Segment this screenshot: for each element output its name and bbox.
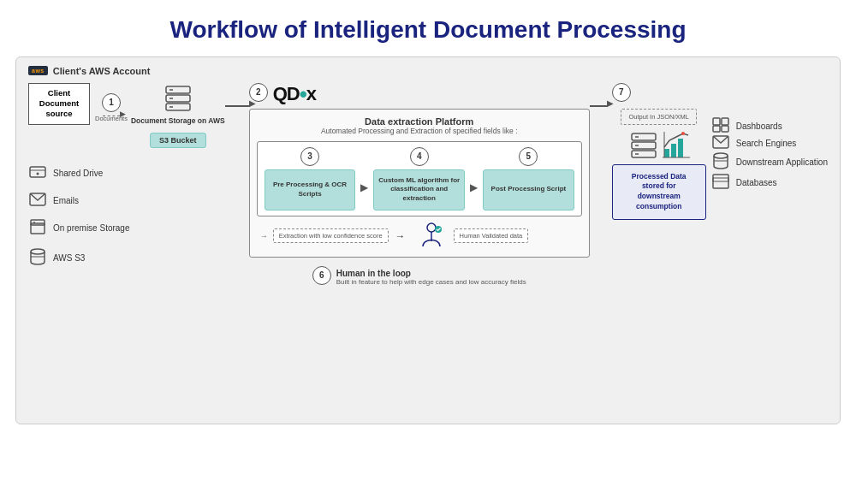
svg-rect-24	[671, 144, 676, 157]
search-engines-icon	[711, 135, 730, 151]
page-title: Workflow of Intelligent Document Process…	[0, 0, 856, 56]
shared-drive-label: Shared Drive	[53, 169, 103, 178]
step5-container: 5 Post Processing Script	[483, 147, 574, 210]
svg-rect-30	[722, 118, 728, 125]
diagram-container: aws Client's AWS Account Client Document…	[15, 56, 841, 424]
downstream-icon	[711, 151, 730, 173]
dashboards-icon	[711, 117, 730, 135]
databases-icon	[711, 173, 730, 193]
client-doc-box: Client Document source	[28, 83, 90, 125]
output-item-dashboards: Dashboards	[711, 117, 828, 135]
svg-rect-32	[722, 126, 728, 132]
source-items: Shared Drive Emails On premise Storage	[28, 163, 130, 270]
email-icon	[28, 193, 47, 210]
inner-steps-box: 3 Pre Processing & OCR Scripts ▶ 4 Custo…	[257, 141, 582, 216]
step5-box: Post Processing Script	[483, 169, 574, 210]
db-storage-icon	[163, 83, 193, 114]
step1-circle: 1	[102, 93, 121, 112]
svg-rect-31	[713, 126, 720, 132]
on-premise-icon	[28, 218, 47, 239]
databases-label: Databases	[736, 178, 777, 187]
svg-rect-11	[31, 220, 45, 225]
svg-point-8	[37, 172, 39, 175]
aws-label: Client's AWS Account	[53, 66, 151, 76]
output-item-downstream: Downstream Application	[711, 151, 828, 173]
qdox-logo: QD•x	[273, 83, 316, 105]
left-section: Client Document source 1 ▶ Documents	[28, 83, 225, 270]
dashboards-label: Dashboards	[736, 122, 782, 131]
svg-point-16	[435, 226, 442, 233]
left-top: Client Document source 1 ▶ Documents	[28, 83, 225, 148]
processed-db-icon	[628, 130, 659, 161]
step3-container: 3 Pre Processing & OCR Scripts	[265, 147, 356, 210]
aws-header: aws Client's AWS Account	[28, 66, 828, 76]
downstream-label: Downstream Application	[736, 157, 828, 167]
output-item-search: Search Engines	[711, 135, 828, 151]
s3-badge: S3 Bucket	[150, 133, 206, 148]
step6-circle: 6	[312, 266, 331, 285]
on-premise-label: On premise Storage	[53, 223, 130, 233]
aws-logo-icon: aws	[28, 66, 48, 75]
source-item-shared-drive: Shared Drive	[28, 163, 130, 184]
step5-circle: 5	[519, 147, 538, 166]
svg-rect-37	[713, 178, 728, 181]
human-in-loop-section: 6 Human in the loop Built in feature to …	[249, 263, 590, 288]
storage-label: Document Storage on AWS	[131, 116, 225, 126]
svg-point-34	[714, 153, 728, 158]
svg-point-26	[681, 132, 685, 135]
svg-rect-6	[30, 167, 45, 177]
human-figure-icon	[419, 222, 443, 250]
svg-rect-23	[664, 149, 669, 157]
svg-point-15	[427, 223, 436, 232]
source-item-aws-s3: AWS S3	[28, 247, 130, 270]
step4-box: Custom ML algorithm for classification a…	[373, 169, 465, 210]
svg-point-13	[31, 249, 45, 254]
confidence-box: Extraction with low confidence score	[273, 228, 389, 243]
human-in-loop-sublabel: Built in feature to help with edge cases…	[336, 278, 526, 287]
search-engines-label: Search Engines	[736, 139, 797, 148]
platform-box: Data extraction Platform Automated Proce…	[249, 109, 590, 258]
main-workflow: Client Document source 1 ▶ Documents	[28, 83, 828, 288]
step7-circle: 7	[612, 83, 631, 102]
step3-circle: 3	[300, 147, 319, 166]
platform-subtitle: Automated Processing and Extraction of s…	[257, 127, 582, 135]
human-validated-box: Human Validated data	[454, 228, 529, 243]
center-section: 2 QD•x Data extraction Platform Automate…	[249, 83, 590, 288]
right-section: 7 Output In JSON/XML	[612, 83, 706, 221]
output-label-box: Output In JSON/XML	[621, 109, 696, 125]
step4-container: 4 Custom ML algorithm for classification…	[373, 147, 465, 210]
step3-box: Pre Processing & OCR Scripts	[265, 169, 356, 210]
step4-circle: 4	[410, 147, 429, 166]
chart-icon	[663, 132, 690, 159]
confidence-row: → Extraction with low confidence score →	[257, 222, 582, 250]
output-item-databases: Databases	[711, 173, 828, 193]
far-right-outputs: Dashboards Search Engines Downstream App…	[711, 83, 828, 193]
processed-data-box: Processed Data stored for downstream con…	[612, 164, 706, 221]
svg-rect-25	[678, 139, 683, 157]
shared-drive-icon	[28, 163, 47, 184]
emails-label: Emails	[53, 196, 79, 205]
svg-rect-29	[713, 118, 720, 125]
aws-s3-icon	[28, 247, 47, 270]
source-item-on-premise: On premise Storage	[28, 218, 130, 239]
aws-s3-label: AWS S3	[53, 253, 85, 263]
platform-title: Data extraction Platform	[257, 116, 582, 127]
human-in-loop-label: Human in the loop	[336, 269, 526, 278]
source-item-emails: Emails	[28, 193, 130, 210]
